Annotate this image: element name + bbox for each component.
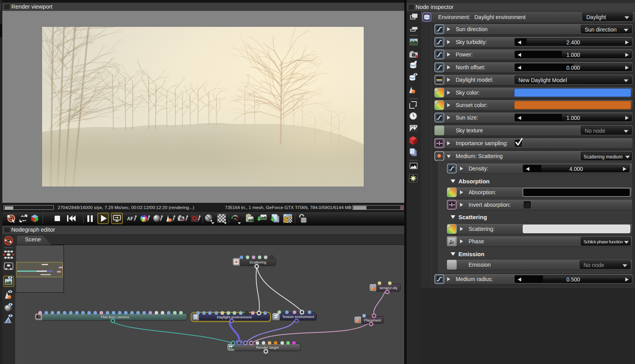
svg-text:Placement: Placement xyxy=(364,318,381,322)
svg-text:terrain2.obj: terrain2.obj xyxy=(380,286,397,290)
svg-text:Scattering: Scattering xyxy=(249,260,266,264)
svg-text:Texture environment: Texture environment xyxy=(282,315,314,319)
svg-text:Thin lens camera: Thin lens camera xyxy=(101,315,129,319)
svg-text:Render target: Render target xyxy=(256,345,279,350)
svg-text:Daylight environment: Daylight environment xyxy=(217,315,252,319)
svg-text:AF: AF xyxy=(127,216,133,222)
